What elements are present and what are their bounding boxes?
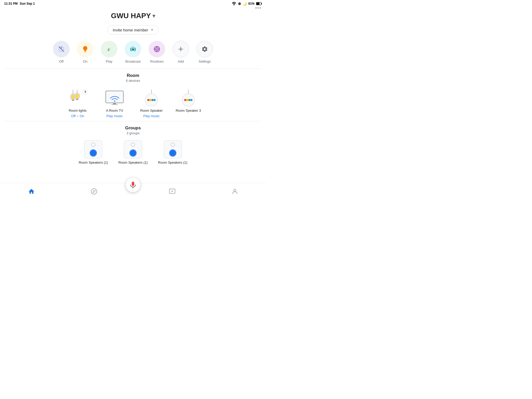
groups-section: Groups 3 groups — [0, 121, 266, 137]
lights-action-row: Off On — [71, 114, 84, 118]
nav-account[interactable] — [226, 186, 243, 197]
room-speaker-3-icon-wrap — [178, 89, 199, 107]
status-icons: ⊕ 🌙 61% — [232, 2, 262, 6]
lights-separator-dot — [77, 116, 78, 117]
action-off[interactable]: Off — [53, 41, 70, 63]
home-nav-icon — [28, 188, 35, 195]
device-room-speaker[interactable]: Room Speaker Play music — [137, 89, 166, 118]
on-lightbulb-icon — [82, 45, 89, 53]
tv-play-button[interactable]: Play music — [107, 114, 123, 118]
svg-point-0 — [234, 5, 234, 6]
svg-point-17 — [75, 94, 79, 98]
room-title: Room — [5, 73, 261, 78]
home-title-row[interactable]: GWU HAPY ▾ — [0, 12, 266, 20]
action-routines-label: Routines — [150, 59, 163, 63]
more-menu[interactable] — [0, 7, 266, 10]
dot3 — [260, 7, 261, 9]
speaker-play-button[interactable]: Play music — [143, 114, 160, 118]
group-2-name: Room Speakers (1) — [118, 161, 148, 164]
svg-point-37 — [91, 189, 97, 194]
action-settings-label: Settings — [199, 59, 211, 63]
group-3[interactable]: Room Speakers (1) — [158, 140, 187, 164]
invite-pill[interactable]: Invite home member × — [107, 25, 159, 35]
svg-point-22 — [114, 101, 115, 102]
room-subtitle: 6 devices — [5, 79, 261, 83]
svg-rect-15 — [72, 99, 74, 101]
room-speaker-3-icon — [180, 90, 196, 107]
three-dots-button[interactable] — [255, 7, 261, 9]
action-off-label: Off — [59, 59, 63, 63]
device-room-tv[interactable]: A Room TV Play music — [100, 89, 129, 118]
device-room-lights[interactable]: 3 Room lights Off On — [63, 89, 92, 118]
svg-point-40 — [234, 189, 236, 191]
action-broadcast[interactable]: Broadcast — [125, 41, 141, 63]
wifi-icon — [232, 2, 236, 5]
action-circle-add — [172, 41, 189, 57]
broadcast-icon — [129, 45, 137, 53]
invite-label: Invite home member — [113, 28, 148, 32]
account-nav-icon — [231, 188, 238, 195]
group-3-speaker-circle — [169, 149, 176, 157]
home-name: GWU HAPY — [111, 12, 151, 20]
settings-gear-icon — [201, 46, 208, 52]
groups-title: Groups — [5, 125, 261, 131]
nav-media[interactable] — [164, 186, 181, 197]
action-circle-settings — [196, 41, 213, 57]
group-3-name: Room Speakers (1) — [158, 161, 187, 164]
svg-rect-2 — [256, 3, 260, 5]
status-bar: 11:31 PM Sun Sep 1 ⊕ 🌙 61% — [0, 0, 266, 7]
lights-badge: 3 — [82, 89, 88, 95]
off-icon — [58, 45, 65, 53]
home-header: GWU HAPY ▾ — [0, 10, 266, 23]
svg-rect-18 — [76, 99, 78, 100]
dot2 — [257, 7, 259, 9]
svg-point-34 — [186, 99, 188, 101]
speaker-action-row: Play music — [143, 114, 160, 118]
action-circle-broadcast — [125, 41, 141, 57]
action-settings[interactable]: Settings — [196, 41, 213, 63]
status-time: 11:31 PM — [4, 2, 18, 5]
invite-close-button[interactable]: × — [151, 28, 153, 32]
group-2-speaker-circle — [129, 149, 137, 157]
room-speaker-icon — [143, 90, 159, 107]
moon-icon: 🌙 — [243, 2, 247, 6]
action-routines[interactable]: Routines — [149, 41, 165, 63]
action-play[interactable]: ♪ Play — [101, 41, 117, 63]
groups-grid: Room Speakers (1) Room Speakers (1) Room… — [0, 137, 266, 169]
nav-home[interactable] — [23, 186, 40, 197]
nav-discover[interactable] — [85, 186, 103, 197]
device-room-speaker-3[interactable]: Room Speaker 3 — [174, 89, 203, 118]
action-circle-play: ♪ — [101, 41, 117, 57]
add-icon — [177, 46, 184, 52]
action-play-label: Play — [106, 59, 112, 63]
svg-point-10 — [156, 49, 158, 50]
media-nav-icon — [169, 188, 176, 195]
group-2[interactable]: Room Speakers (1) — [118, 140, 148, 164]
group-1[interactable]: Room Speakers (1) — [79, 140, 108, 164]
room-tv-icon-wrap — [104, 89, 125, 107]
svg-point-33 — [184, 99, 186, 101]
battery-percentage: 61% — [248, 2, 255, 5]
action-circle-off — [53, 41, 70, 57]
lights-on-button[interactable]: On — [80, 114, 84, 118]
status-date: Sun Sep 1 — [20, 2, 35, 5]
svg-point-28 — [149, 99, 151, 101]
action-on[interactable]: On — [77, 41, 94, 63]
room-tv-name: A Room TV — [106, 109, 123, 112]
dropdown-arrow-icon[interactable]: ▾ — [152, 13, 155, 19]
mic-fab-button[interactable] — [126, 178, 140, 192]
status-time-date: 11:31 PM Sun Sep 1 — [4, 2, 35, 5]
room-speaker-icon-wrap — [141, 89, 162, 107]
devices-grid: 3 Room lights Off On A Room TV Play musi… — [0, 85, 266, 121]
svg-text:♪: ♪ — [107, 47, 110, 52]
discover-nav-icon — [91, 188, 97, 195]
group-1-icon — [84, 140, 102, 158]
group-1-speaker-circle — [90, 149, 97, 157]
tv-action-row: Play music — [107, 114, 123, 118]
action-add[interactable]: Add — [172, 41, 189, 63]
svg-point-27 — [147, 99, 149, 101]
group-1-dot-top — [91, 143, 95, 147]
invite-bar: Invite home member × — [0, 23, 266, 39]
lights-off-button[interactable]: Off — [71, 114, 76, 118]
play-music-icon: ♪ — [105, 45, 113, 53]
